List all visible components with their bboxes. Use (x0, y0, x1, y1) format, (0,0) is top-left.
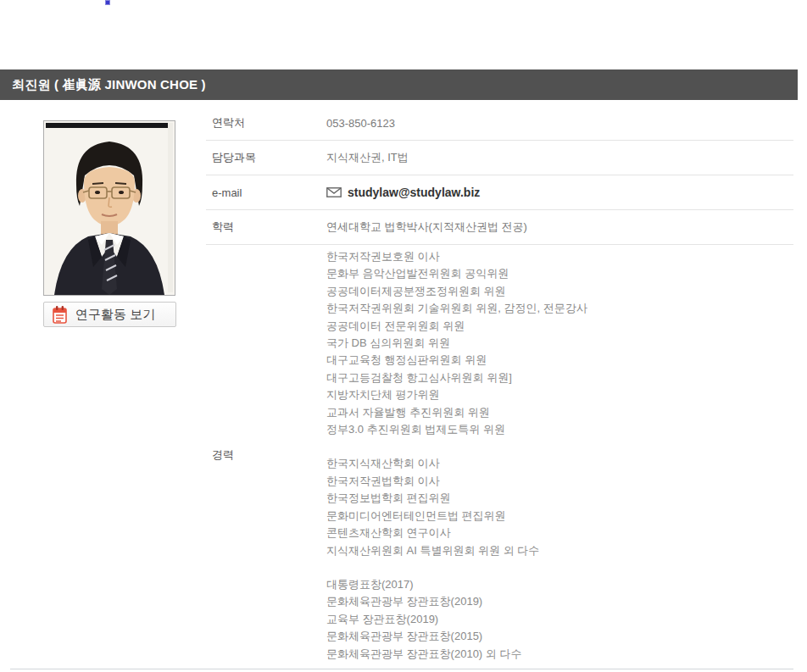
education-value: 연세대학교 법학박사(지적재산권법 전공) (326, 219, 527, 235)
profile-photo (43, 120, 175, 296)
career-groups: 한국저작권보호원 이사 문화부 음악산업발전위원회 공익위원 공공데이터제공분쟁… (326, 248, 587, 663)
email-address: studylaw@studylaw.biz (348, 186, 480, 199)
contact-value: 053-850-6123 (326, 117, 395, 130)
info-row-career: 경력 한국저작권보호원 이사 문화부 음악산업발전위원회 공익위원 공공데이터제… (206, 245, 793, 664)
email-link[interactable]: studylaw@studylaw.biz (326, 186, 480, 199)
info-row-contact: 연락처 053-850-6123 (206, 106, 793, 141)
research-activity-button-label: 연구활동 보기 (75, 307, 155, 323)
career-group-public: 한국저작권보호원 이사 문화부 음악산업발전위원회 공익위원 공공데이터제공분쟁… (326, 248, 587, 438)
page-title: 최진원 ( 崔眞源 JINWON CHOE ) (12, 77, 206, 92)
profile-content: 연구활동 보기 연락처 053-850-6123 담당과목 지식재산권, IT법… (10, 100, 793, 669)
profile-info-table: 연락처 053-850-6123 담당과목 지식재산권, IT법 e-mail … (206, 106, 793, 664)
envelope-icon (326, 187, 342, 197)
info-row-education: 학력 연세대학교 법학박사(지적재산권법 전공) (206, 210, 793, 245)
portrait-illustration (44, 121, 175, 295)
career-group-awards: 대통령표창(2017) 문화체육관광부 장관표창(2019) 교육부 장관표창(… (326, 576, 587, 663)
career-group-academic: 한국지식재산학회 이사 한국저작권법학회 이사 한국정보법학회 편집위원 문화미… (326, 455, 587, 558)
profile-title-bar: 최진원 ( 崔眞源 JINWON CHOE ) (0, 69, 798, 100)
memo-icon (52, 305, 68, 324)
stray-blue-mark (106, 1, 109, 4)
photo-column: 연구활동 보기 (43, 120, 177, 327)
career-label: 경력 (206, 447, 326, 463)
info-row-email: e-mail studylaw@studylaw.biz (206, 175, 793, 210)
subjects-label: 담당과목 (206, 150, 326, 165)
education-label: 학력 (206, 219, 326, 235)
research-activity-button[interactable]: 연구활동 보기 (43, 302, 176, 327)
info-row-subjects: 담당과목 지식재산권, IT법 (206, 141, 793, 175)
subjects-value: 지식재산권, IT법 (326, 150, 409, 165)
email-label: e-mail (206, 186, 326, 199)
contact-label: 연락처 (206, 115, 326, 131)
